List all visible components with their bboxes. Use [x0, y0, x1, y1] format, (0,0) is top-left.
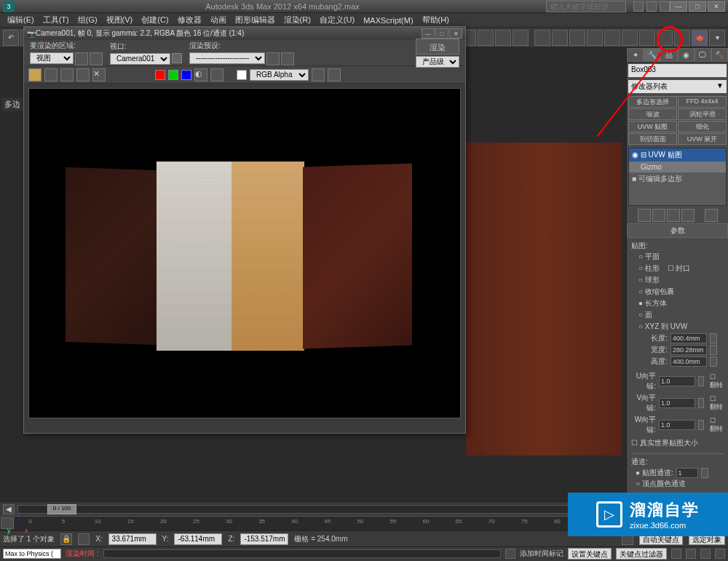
vtile-arrows[interactable] — [698, 398, 703, 408]
params-rollout-header[interactable]: 参数 — [627, 223, 728, 238]
favorite-icon[interactable] — [646, 1, 657, 12]
menu-tools[interactable]: 工具(T) — [39, 13, 74, 27]
angle-snap[interactable] — [478, 30, 494, 46]
menu-edit[interactable]: 编辑(E) — [3, 13, 39, 27]
menu-views[interactable]: 视图(V) — [102, 13, 138, 27]
height-arrows[interactable] — [710, 357, 717, 367]
render-frame[interactable] — [674, 30, 690, 46]
vflip-check[interactable]: ☐ 翻转 — [710, 395, 724, 412]
motion-tab[interactable]: ◉ — [678, 48, 695, 62]
mod-btn-uvwmap[interactable]: UVW 贴图 — [628, 121, 677, 132]
undo-button[interactable]: ↶ — [3, 30, 19, 46]
rw-region-icon[interactable] — [75, 52, 88, 65]
mod-btn-ffd[interactable]: FFD 4x4x4 — [678, 96, 727, 108]
mapchannel-arrows[interactable] — [701, 468, 708, 478]
menu-help[interactable]: 帮助(H) — [418, 13, 454, 27]
rw-viewport-select[interactable]: Camera001 — [110, 53, 170, 65]
menu-customize[interactable]: 自定义(U) — [315, 13, 359, 27]
layers-button[interactable] — [587, 30, 603, 46]
radio-spherical[interactable]: ○ 球形 — [638, 274, 724, 286]
keyfilter-button[interactable]: 关键点过滤器 — [616, 548, 667, 560]
rw-green-swatch[interactable] — [168, 70, 178, 80]
coord-z[interactable] — [240, 533, 288, 545]
help-icon[interactable] — [660, 1, 670, 12]
rw-overlay-icon[interactable] — [312, 68, 325, 81]
mod-btn-slice[interactable]: 剖切面面 — [628, 133, 677, 145]
menu-maxscript[interactable]: MAXScript(M) — [359, 15, 417, 26]
wtile-spinner[interactable] — [659, 420, 695, 430]
rw-setup-icon[interactable] — [266, 52, 280, 65]
coord-x[interactable] — [108, 533, 157, 545]
rw-alpha-icon[interactable]: ◐ — [194, 68, 207, 81]
mirror-button[interactable] — [552, 30, 568, 46]
stack-gizmo[interactable]: Gizmo — [629, 162, 726, 172]
rw-env-icon[interactable] — [281, 52, 294, 65]
menu-graph[interactable]: 图形编辑器 — [231, 13, 280, 27]
vertexchannel-radio[interactable]: ○ 顶点颜色通道 — [631, 479, 724, 489]
schematic-view[interactable] — [622, 30, 638, 46]
object-name-field[interactable]: Box003 — [628, 64, 727, 77]
maximize-button[interactable]: □ — [689, 1, 706, 12]
mod-btn-turbosmooth[interactable]: 涡轮平滑 — [678, 108, 727, 120]
menu-modifiers[interactable]: 修改器 — [173, 13, 206, 27]
render-production[interactable]: 🫖 — [692, 30, 708, 46]
make-unique-icon[interactable] — [667, 209, 680, 222]
radio-cylindrical[interactable]: ○ 柱形 ☐ 封口 — [638, 263, 724, 274]
rw-print-icon[interactable] — [76, 68, 90, 81]
vtile-spinner[interactable] — [659, 398, 695, 408]
align-button[interactable] — [569, 30, 585, 46]
utile-arrows[interactable] — [698, 376, 703, 386]
maxscript-listener[interactable] — [3, 549, 61, 559]
rw-quality-select[interactable]: 产品级 — [416, 56, 459, 68]
mod-btn-unwrap[interactable]: UVW 展开 — [678, 133, 727, 145]
utile-spinner[interactable] — [659, 376, 695, 386]
rw-preset-select[interactable]: ---------------------- — [189, 52, 265, 64]
remove-mod-icon[interactable] — [681, 209, 695, 222]
modify-tab[interactable]: 🔧 — [644, 48, 660, 62]
length-spinner[interactable] — [670, 333, 707, 343]
mod-btn-tessellate[interactable]: 细化 — [678, 121, 727, 132]
setkey-button[interactable]: 设置关键点 — [568, 548, 612, 560]
time-handle[interactable]: 0 / 100 — [47, 504, 76, 514]
material-editor[interactable] — [639, 30, 655, 46]
render-setup[interactable] — [657, 30, 673, 46]
realworld-check[interactable]: ☐ 真实世界贴图大小 — [631, 436, 724, 450]
search-icon[interactable] — [633, 1, 644, 12]
add-timetag[interactable]: 添加时间标记 — [520, 549, 563, 559]
menu-create[interactable]: 创建(C) — [137, 13, 173, 27]
help-search-input[interactable] — [546, 1, 626, 12]
stack-editpoly[interactable]: ■ 可编辑多边形 — [629, 172, 726, 186]
rw-close[interactable]: ✕ — [449, 28, 462, 39]
percent-snap[interactable] — [495, 30, 511, 46]
mapchannel-spinner[interactable] — [676, 468, 698, 478]
width-spinner[interactable] — [670, 345, 707, 355]
isolate-icon[interactable] — [78, 533, 90, 545]
rw-blue-swatch[interactable] — [181, 70, 191, 80]
radio-box[interactable]: ● 长方体 — [638, 298, 724, 309]
named-sel[interactable] — [534, 30, 550, 46]
display-tab[interactable]: 🖵 — [695, 48, 711, 62]
height-spinner[interactable] — [670, 357, 707, 367]
wtile-arrows[interactable] — [698, 420, 703, 430]
timeline-left[interactable]: ◀ — [3, 504, 15, 514]
radio-shrink[interactable]: ○ 收缩包裹 — [638, 286, 724, 298]
radio-face[interactable]: ○ 面 — [638, 309, 724, 321]
rw-clear-icon[interactable]: ✕ — [92, 68, 106, 81]
rw-area-select[interactable]: 视图 — [30, 52, 74, 64]
timetag-icon[interactable] — [505, 549, 515, 559]
nav-3[interactable] — [700, 549, 711, 559]
coord-y[interactable] — [174, 533, 222, 545]
nav-2[interactable] — [686, 549, 696, 559]
rw-toggle-ui-icon[interactable] — [328, 68, 341, 81]
create-tab[interactable]: ✦ — [627, 48, 644, 62]
menu-render[interactable]: 渲染(R) — [280, 13, 315, 27]
modifier-stack[interactable]: ◉ ⊟ UVW 贴图 Gizmo ■ 可编辑多边形 — [628, 148, 727, 206]
rw-red-swatch[interactable] — [155, 70, 165, 80]
close-button[interactable]: ✕ — [708, 1, 725, 12]
menu-animation[interactable]: 动画 — [206, 13, 231, 27]
rw-clone-icon[interactable] — [60, 68, 74, 81]
curve-editor[interactable] — [604, 30, 620, 46]
configure-icon[interactable] — [705, 209, 718, 222]
uflip-check[interactable]: ☐ 翻转 — [710, 373, 724, 390]
mod-btn-polyselect[interactable]: 多边形选择 — [628, 96, 677, 108]
